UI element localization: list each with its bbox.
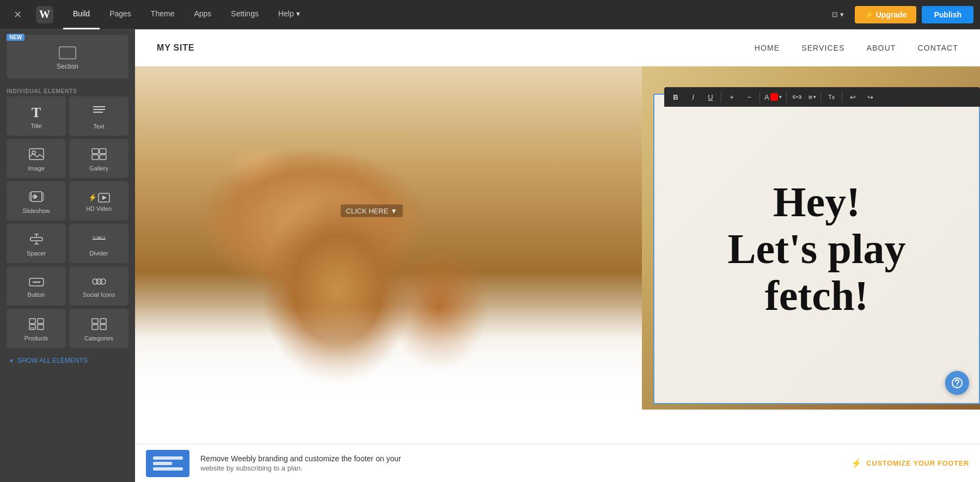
toolbar-separator-5 — [842, 91, 842, 102]
element-title[interactable]: T Title — [7, 96, 66, 136]
section-icon — [59, 46, 76, 59]
color-swatch — [770, 93, 778, 101]
nav-home[interactable]: HOME — [755, 44, 780, 52]
element-slideshow-label: Slideshow — [22, 208, 50, 214]
footer-cta-label: CUSTOMIZE YOUR FOOTER — [866, 459, 969, 467]
nav-services[interactable]: SERVICES — [801, 44, 845, 52]
element-text[interactable]: Text — [69, 96, 128, 136]
svg-rect-32 — [38, 325, 44, 330]
element-categories-label: Categories — [84, 335, 113, 341]
format-minus[interactable]: − — [741, 89, 757, 105]
nav-contact[interactable]: CONTACT — [918, 44, 958, 52]
svg-rect-34 — [92, 319, 98, 324]
format-clear[interactable]: Tx — [823, 89, 840, 105]
footer-cta-button[interactable]: ⚡ CUSTOMIZE YOUR FOOTER — [851, 458, 969, 468]
puppy-image — [135, 66, 642, 410]
tab-apps[interactable]: Apps — [184, 0, 221, 29]
toolbar-separator-4 — [820, 91, 821, 102]
footer-lines — [149, 452, 187, 475]
publish-button[interactable]: Publish — [922, 6, 973, 23]
element-button-label: Button — [28, 291, 45, 298]
hero-line3: fetch! — [765, 272, 869, 319]
show-all-label: SHOW ALL ELEMENTS — [17, 357, 88, 364]
format-italic[interactable]: I — [685, 89, 701, 105]
footer-line-3 — [153, 467, 183, 471]
device-selector[interactable]: ⊡ ▾ — [826, 7, 849, 22]
format-add[interactable]: + — [724, 89, 740, 105]
element-products[interactable]: Products — [7, 309, 66, 348]
hero-line1: Hey! — [773, 178, 860, 225]
svg-rect-35 — [100, 319, 106, 324]
top-navigation: ✕ W Build Pages Theme Apps Settings Help… — [0, 0, 980, 29]
hero-line2: Let's play — [727, 225, 905, 272]
button-icon — [29, 277, 44, 289]
nav-right: ⊡ ▾ ⚡ Upgrade Publish — [826, 6, 973, 23]
format-underline[interactable]: U — [702, 89, 719, 105]
element-categories[interactable]: Categories — [69, 309, 128, 348]
nav-about[interactable]: ABOUT — [867, 44, 896, 52]
format-bold[interactable]: B — [667, 89, 684, 105]
element-button[interactable]: Button — [7, 266, 66, 306]
format-undo[interactable]: ↩ — [844, 89, 861, 105]
element-social-label: Social Icons — [83, 291, 115, 298]
format-color[interactable]: A ▾ — [762, 93, 784, 101]
format-align[interactable]: ≡ ▾ — [806, 93, 819, 101]
format-link[interactable] — [789, 89, 805, 105]
tab-help[interactable]: Help ▾ — [268, 0, 310, 29]
divider-icon — [91, 233, 107, 247]
element-gallery-label: Gallery — [89, 165, 108, 172]
spacer-icon — [29, 233, 44, 247]
svg-rect-31 — [29, 325, 35, 330]
tab-pages[interactable]: Pages — [100, 0, 141, 29]
show-all-chevron-icon: ▼ — [9, 358, 14, 364]
element-hdvideo-label: HD Video — [86, 205, 112, 212]
element-social[interactable]: Social Icons — [69, 266, 128, 306]
element-spacer[interactable]: Spacer — [7, 224, 66, 263]
format-toolbar: B I U + − A ▾ — [664, 87, 980, 107]
toolbar-separator-2 — [759, 91, 760, 102]
align-chevron-icon: ▾ — [813, 94, 816, 100]
hero-section[interactable]: B I U + − A ▾ — [135, 66, 980, 410]
nav-tabs: Build Pages Theme Apps Settings Help ▾ — [63, 0, 310, 29]
element-products-label: Products — [24, 335, 48, 341]
element-gallery[interactable]: Gallery — [69, 139, 128, 178]
categories-icon — [91, 318, 107, 332]
toolbar-separator-1 — [721, 91, 721, 102]
main-layout: NEW Section INDIVIDUAL ELEMENTS T Title — [0, 29, 980, 482]
element-image-label: Image — [28, 165, 45, 172]
help-fab-button[interactable] — [945, 371, 969, 395]
products-icon — [29, 318, 44, 332]
text-panel[interactable]: Hey! Let's play fetch! — [653, 94, 980, 404]
footer-main-text: Remove Weebly branding and customize the… — [200, 454, 840, 463]
puppy-overlay — [135, 307, 642, 410]
show-all-elements-button[interactable]: ▼ SHOW ALL ELEMENTS — [0, 350, 135, 371]
format-redo[interactable]: ↪ — [862, 89, 878, 105]
svg-rect-8 — [92, 149, 99, 154]
footer-icon — [146, 450, 189, 477]
sidebar: NEW Section INDIVIDUAL ELEMENTS T Title — [0, 29, 135, 482]
element-image[interactable]: Image — [7, 139, 66, 178]
svg-rect-6 — [29, 149, 44, 160]
section-element[interactable]: Section — [7, 35, 128, 78]
svg-text:W: W — [39, 8, 50, 20]
tab-theme[interactable]: Theme — [141, 0, 185, 29]
text-panel-inner: Hey! Let's play fetch! — [706, 157, 927, 340]
svg-rect-14 — [42, 193, 44, 200]
image-icon — [29, 148, 44, 162]
svg-rect-9 — [100, 149, 106, 154]
hdvideo-icon: ⚡ — [88, 193, 110, 203]
tab-settings[interactable]: Settings — [221, 0, 268, 29]
element-hdvideo[interactable]: ⚡ HD Video — [69, 181, 128, 221]
svg-rect-2 — [59, 47, 76, 59]
upgrade-button[interactable]: ⚡ Upgrade — [855, 6, 917, 23]
element-divider-label: Divider — [89, 250, 108, 257]
close-button[interactable]: ✕ — [7, 4, 28, 26]
tab-build[interactable]: Build — [63, 0, 100, 29]
section-label: Section — [57, 63, 78, 70]
footer-sub-text: website by subscribing to a plan. — [200, 464, 840, 472]
svg-rect-37 — [100, 325, 106, 330]
element-slideshow[interactable]: Slideshow — [7, 181, 66, 221]
element-divider[interactable]: Divider — [69, 224, 128, 263]
svg-rect-17 — [30, 237, 42, 241]
element-text-label: Text — [93, 123, 104, 130]
